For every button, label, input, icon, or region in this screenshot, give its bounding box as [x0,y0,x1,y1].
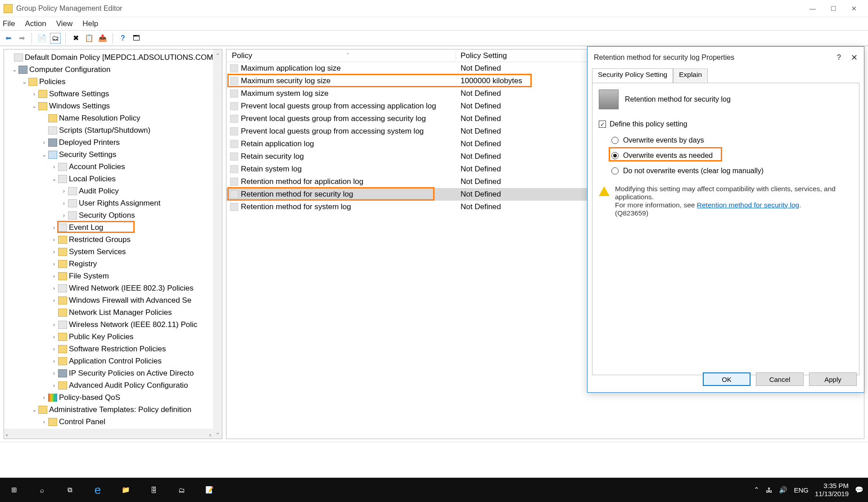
cancel-button[interactable]: Cancel [756,372,804,386]
sort-indicator-icon: ⌃ [346,52,350,58]
tree-policy-qos[interactable]: ›Policy-based QoS [4,391,222,403]
tree-admin-templates[interactable]: ⌄Administrative Templates: Policy defini… [4,403,222,416]
folder-icon [58,309,67,317]
policy-name-label: Retention method for security log [625,95,731,103]
menu-view[interactable]: View [56,19,73,28]
tree-audit-policy[interactable]: ›Audit Policy [4,185,222,197]
shield-icon [48,151,57,159]
tree-event-log[interactable]: ›Event Log [4,221,222,233]
tray-volume-icon[interactable]: 🔊 [779,486,787,494]
policy-item-icon [230,127,238,135]
tab-security-policy-setting[interactable]: Security Policy Setting [592,68,673,83]
delete-button[interactable]: ✖ [70,33,81,44]
network-icon [58,321,67,329]
tree-windows-firewall[interactable]: ›Windows Firewall with Advanced Se [4,294,222,306]
taskbar-ie[interactable]: e [84,478,112,502]
tree-system-services[interactable]: ›System Services [4,246,222,258]
radio-overwrite-as-needed[interactable]: Overwrite events as needed [611,148,853,163]
tray-language[interactable]: ENG [794,486,809,494]
minimize-button[interactable]: — [802,2,823,15]
apply-button[interactable]: Apply [809,372,857,386]
tree-scrollbar[interactable]: ⌃⌄ [213,49,222,439]
properties-button[interactable]: 📋 [84,33,95,44]
warning-link[interactable]: Retention method for security log [697,201,799,209]
tree-user-rights[interactable]: ›User Rights Assignment [4,197,222,209]
policy-item-name: Retention method for security log [241,190,353,199]
export-button[interactable]: 📤 [97,33,108,44]
up-button[interactable]: 📄 [36,33,47,44]
app-icon [4,4,13,13]
tree-software-settings[interactable]: ›Software Settings [4,88,222,100]
folder-icon [38,406,47,414]
filter-button[interactable]: 🗔 [131,33,142,44]
tray-notifications-icon[interactable]: 💬 [855,486,863,494]
tree-wireless-network[interactable]: ›Wireless Network (IEEE 802.11) Polic [4,318,222,331]
tree-policies[interactable]: ⌄Policies [4,76,222,88]
dialog-tabpage: Retention method for security log ✓ Defi… [592,83,859,375]
tab-explain[interactable]: Explain [673,68,708,83]
tree-control-panel[interactable]: ›Control Panel [4,416,222,428]
tree-root[interactable]: Default Domain Policy [MEPDC1.ADSOLUTION… [4,51,222,63]
policy-item-name: Retain security log [241,152,304,161]
define-policy-checkbox[interactable]: ✓ Define this policy setting [599,120,853,128]
taskview-button[interactable]: ⧉ [56,478,84,502]
forward-button[interactable]: ➡ [16,33,27,44]
tree-ipsec[interactable]: ›IP Security Policies on Active Directo [4,367,222,379]
close-button[interactable]: ✕ [844,2,864,15]
show-hide-button[interactable]: 🗂 [50,33,61,44]
policy-item-icon [230,90,238,98]
tree-advanced-audit[interactable]: ›Advanced Audit Policy Configuratio [4,379,222,391]
radio-do-not-overwrite[interactable]: Do not overwrite events (clear log manua… [611,163,853,179]
tree-name-resolution[interactable]: Name Resolution Policy [4,112,222,124]
tree-local-policies[interactable]: ⌄Local Policies [4,173,222,185]
folder-icon [38,102,47,110]
tray-chevron-icon[interactable]: ⌃ [754,486,760,494]
search-button[interactable]: ⌕ [28,478,56,502]
taskbar-gpmc[interactable]: 🗂 [167,478,195,502]
tree-hscroll[interactable]: ‹› [4,429,213,439]
tree-file-system[interactable]: ›File System [4,270,222,282]
back-button[interactable]: ⬅ [3,33,14,44]
policy-item-name: Retention method for application log [241,177,363,186]
tree-wired-network[interactable]: ›Wired Network (IEEE 802.3) Policies [4,282,222,294]
tree-deployed-printers[interactable]: ›Deployed Printers [4,136,222,148]
policy-item-name: Maximum security log size [241,76,330,85]
menu-action[interactable]: Action [25,19,46,28]
column-policy[interactable]: Policy⌃ [226,51,456,60]
tree-account-policies[interactable]: ›Account Policies [4,161,222,173]
tree-software-restriction[interactable]: ›Software Restriction Policies [4,343,222,355]
tree-restricted-groups[interactable]: ›Restricted Groups [4,233,222,246]
policy-item-icon [230,190,238,198]
taskbar-notepad[interactable]: 📝 [195,478,223,502]
tree-security-settings[interactable]: ⌄Security Settings [4,148,222,161]
tree-registry[interactable]: ›Registry [4,258,222,270]
tree-network-list[interactable]: Network List Manager Policies [4,306,222,318]
taskbar-server-manager[interactable]: 🗄 [140,478,167,502]
ok-button[interactable]: OK [703,372,750,386]
tray-network-icon[interactable]: 🖧 [766,486,773,494]
radio-overwrite-by-days[interactable]: Overwrite events by days [611,133,853,148]
tree-security-options[interactable]: ›Security Options [4,209,222,221]
taskbar-explorer[interactable]: 📁 [112,478,140,502]
window-title: Group Policy Management Editor [16,4,122,13]
tree-scripts[interactable]: Scripts (Startup/Shutdown) [4,124,222,136]
policy-item-name: Retain system log [241,165,302,174]
policy-item-name: Retain application log [241,139,314,148]
policy-item-icon [230,165,238,173]
policy-item-name: Maximum system log size [241,89,329,98]
policy-item-name: Retention method for system log [241,202,351,211]
tree-windows-settings[interactable]: ⌄Windows Settings [4,100,222,112]
help-button[interactable]: ? [118,33,128,44]
tree-app-control[interactable]: ›Application Control Policies [4,355,222,367]
dialog-help-button[interactable]: ? [837,54,841,62]
tray-clock[interactable]: 3:35 PM 11/13/2019 [815,482,849,498]
menu-file[interactable]: File [3,19,15,28]
start-button[interactable]: ⊞ [0,478,28,502]
tree-computer-config[interactable]: ⌄Computer Configuration [4,63,222,76]
maximize-button[interactable]: ☐ [823,2,844,15]
menu-help[interactable]: Help [82,19,98,28]
tree-public-key[interactable]: ›Public Key Policies [4,331,222,343]
policy-item-name: Prevent local guests group from accessin… [241,127,424,136]
dialog-close-button[interactable]: ✕ [851,53,858,63]
warning-message: Modifying this setting may affect compat… [599,185,853,217]
